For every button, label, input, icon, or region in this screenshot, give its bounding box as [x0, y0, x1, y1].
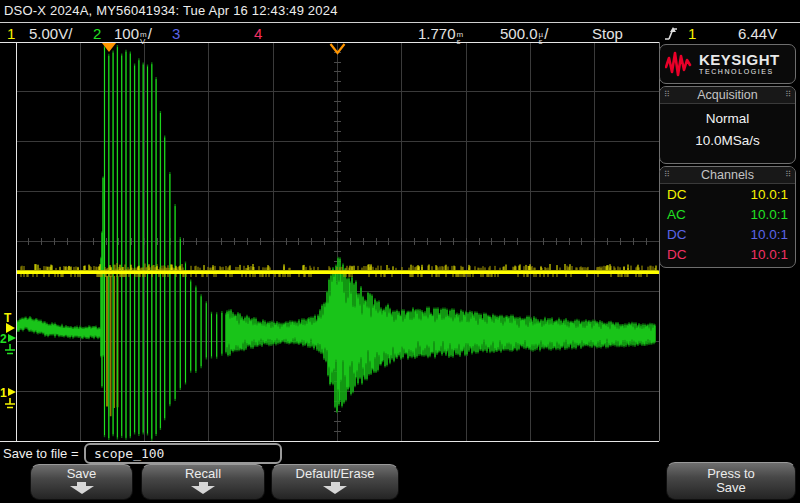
channel-coupling: AC	[667, 207, 686, 222]
sample-rate: 10.0MSa/s	[660, 133, 795, 148]
channel-probe-ratio: 10.0:1	[750, 187, 788, 202]
channel-coupling: DC	[667, 247, 687, 262]
channel-row: DC10.0:1	[660, 244, 795, 264]
channel-row: AC10.0:1	[660, 204, 795, 224]
press-to-save-softkey[interactable]: Press to Save	[666, 462, 796, 500]
channels-panel: ⠿ Channels ⠿ DC10.0:1AC10.0:1DC10.0:1DC1…	[659, 166, 796, 268]
grip-icon: ⠿	[664, 91, 670, 99]
ch1-ground-marker[interactable]	[8, 388, 16, 396]
channel-coupling: DC	[667, 227, 687, 242]
grip-icon: ⠿	[785, 91, 791, 99]
save-softkey-label: Save	[67, 467, 97, 481]
grip-icon: ⠿	[664, 171, 670, 179]
channel-coupling: DC	[667, 187, 687, 202]
ch1-trace	[16, 271, 659, 275]
channel-row: DC10.0:1	[660, 224, 795, 244]
ch1-ground-label: 1	[0, 386, 7, 400]
down-arrow-icon	[191, 486, 215, 494]
keysight-logo-icon	[665, 50, 695, 78]
logo-sub-text: TECHNOLOGIES	[699, 67, 780, 76]
trigger-level-label: T	[4, 311, 12, 325]
channel-probe-ratio: 10.0:1	[750, 247, 788, 262]
save-to-file-label: Save to file =	[3, 446, 79, 461]
press-to-save-line1: Press to	[707, 467, 755, 481]
acquisition-header: ⠿ Acquisition ⠿	[660, 87, 795, 104]
save-softkey[interactable]: Save	[30, 464, 133, 500]
oscilloscope-screen: { "title_bar": "DSO-X 2024A, MY56041934:…	[0, 0, 800, 503]
down-arrow-icon	[323, 486, 347, 494]
logo-brand-text: KEYSIGHT	[699, 52, 780, 67]
default-erase-softkey[interactable]: Default/Erase	[271, 464, 399, 500]
ch2-ground-marker[interactable]	[8, 334, 16, 342]
keysight-logo: KEYSIGHT TECHNOLOGIES	[659, 44, 796, 84]
ch2-ground-label: 2	[0, 332, 7, 346]
press-to-save-line2: Save	[716, 481, 746, 495]
down-arrow-icon	[70, 486, 94, 494]
channel-probe-ratio: 10.0:1	[750, 227, 788, 242]
channel-probe-ratio: 10.0:1	[750, 207, 788, 222]
acquisition-mode: Normal	[660, 111, 795, 126]
channels-header: ⠿ Channels ⠿	[660, 167, 795, 184]
acquisition-title: Acquisition	[697, 88, 757, 102]
default-erase-softkey-label: Default/Erase	[296, 467, 375, 481]
channels-title: Channels	[701, 168, 754, 182]
ch2-trace	[17, 47, 655, 439]
recall-softkey[interactable]: Recall	[141, 464, 265, 500]
recall-softkey-label: Recall	[185, 467, 221, 481]
grip-icon: ⠿	[785, 171, 791, 179]
acquisition-panel: ⠿ Acquisition ⠿ Normal 10.0MSa/s	[659, 86, 796, 164]
channel-row: DC10.0:1	[660, 184, 795, 204]
filename-input[interactable]: scope_100	[84, 443, 282, 464]
